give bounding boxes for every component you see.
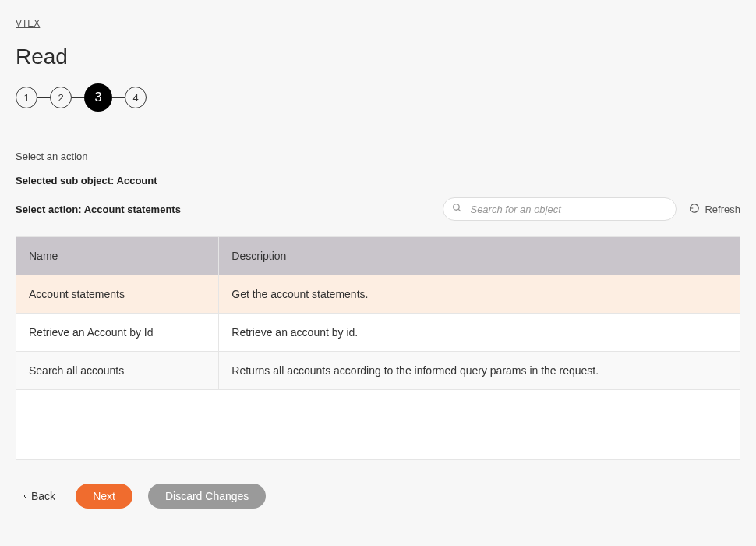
footer-buttons: Back Next Discard Changes — [16, 484, 740, 509]
instruction-text: Select an action — [16, 151, 740, 162]
search-input[interactable] — [443, 197, 677, 221]
step-connector — [112, 98, 125, 98]
table-cell-description: Returns all accounts according to the in… — [219, 352, 740, 390]
svg-point-0 — [454, 204, 460, 211]
select-action-label: Select action: Account statements — [16, 204, 181, 215]
table-header-description: Description — [219, 237, 740, 275]
search-icon — [452, 202, 462, 216]
page-title: Read — [16, 44, 740, 69]
discard-button[interactable]: Discard Changes — [148, 484, 266, 509]
table-row[interactable]: Retrieve an Account by Id Retrieve an ac… — [16, 314, 740, 352]
step-3[interactable]: 3 — [84, 83, 112, 112]
chevron-left-icon — [22, 490, 28, 502]
table-header-name: Name — [16, 237, 219, 275]
table-cell-name: Account statements — [16, 275, 219, 314]
table-cell-description: Get the account statements. — [219, 275, 740, 314]
refresh-label: Refresh — [705, 204, 740, 215]
table-empty-space — [16, 389, 740, 459]
step-4[interactable]: 4 — [125, 87, 147, 108]
breadcrumb[interactable]: VTEX — [16, 18, 40, 29]
selected-sub-object: Selected sub object: Account — [16, 175, 740, 186]
svg-line-1 — [459, 209, 461, 211]
step-connector — [72, 98, 84, 98]
step-2[interactable]: 2 — [50, 87, 72, 108]
next-button[interactable]: Next — [76, 484, 132, 509]
refresh-button[interactable]: Refresh — [689, 203, 740, 216]
refresh-icon — [689, 203, 700, 216]
table-row[interactable]: Search all accounts Returns all accounts… — [16, 352, 740, 390]
back-label: Back — [31, 490, 55, 502]
table-cell-description: Retrieve an account by id. — [219, 314, 740, 352]
step-connector — [37, 98, 50, 98]
stepper: 1 2 3 4 — [16, 83, 740, 112]
back-button[interactable]: Back — [16, 490, 55, 502]
search-wrapper — [443, 197, 677, 221]
table-cell-name: Search all accounts — [16, 352, 219, 390]
table-row[interactable]: Account statements Get the account state… — [16, 275, 740, 314]
table-cell-name: Retrieve an Account by Id — [16, 314, 219, 352]
step-1[interactable]: 1 — [16, 87, 37, 108]
action-table: Name Description Account statements Get … — [16, 236, 740, 460]
